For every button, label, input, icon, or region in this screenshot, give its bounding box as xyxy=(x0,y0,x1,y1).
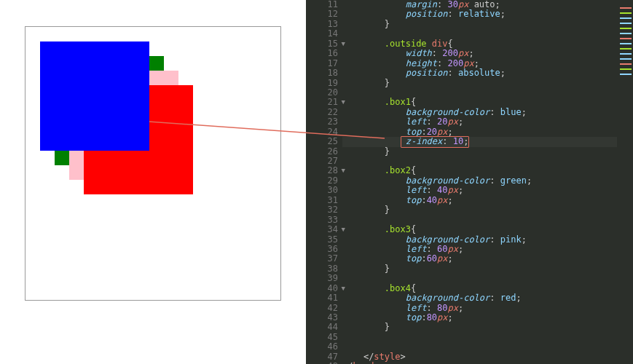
code-line[interactable]: background-color: red; xyxy=(342,293,617,303)
line-number: 19 xyxy=(306,79,338,88)
minimap-stripe xyxy=(620,23,632,24)
code-line[interactable]: } xyxy=(342,147,617,157)
code-line[interactable]: background-color: blue; xyxy=(342,108,617,117)
code-line[interactable]: top:20px; xyxy=(342,127,617,137)
editor-minimap[interactable] xyxy=(617,0,633,364)
line-number: 35 xyxy=(306,235,338,245)
minimap-stripe xyxy=(620,7,632,9)
minimap-stripe xyxy=(620,53,632,55)
minimap-stripe xyxy=(620,48,632,50)
line-number: 26 xyxy=(306,147,338,157)
line-number: 20 xyxy=(306,88,338,98)
line-number: 39 xyxy=(306,274,338,283)
line-number: 30 xyxy=(306,186,338,195)
app-root: 1112131415▼161718192021▼22232425262728▼2… xyxy=(0,0,633,364)
code-line[interactable]: top:60px; xyxy=(342,254,617,264)
minimap-stripe xyxy=(620,68,632,70)
line-number: 21▼ xyxy=(306,98,338,107)
code-line[interactable] xyxy=(342,274,617,283)
line-number: 18 xyxy=(306,68,338,78)
line-number: 15▼ xyxy=(306,39,338,49)
line-number: 13 xyxy=(306,20,338,29)
code-line[interactable]: top:80px; xyxy=(342,313,617,323)
code-line[interactable] xyxy=(342,157,617,166)
minimap-stripe xyxy=(620,33,632,34)
minimap-stripe xyxy=(620,43,632,44)
code-line[interactable]: height: 200px; xyxy=(342,59,617,68)
line-number: 17 xyxy=(306,59,338,68)
minimap-stripe xyxy=(620,17,632,19)
code-line[interactable]: } xyxy=(342,323,617,332)
line-number: 31 xyxy=(306,196,338,205)
line-number: 11 xyxy=(306,0,338,9)
line-number: 33 xyxy=(306,215,338,225)
code-line[interactable]: background-color: green; xyxy=(342,176,617,186)
line-number: 22 xyxy=(306,108,338,117)
minimap-stripe xyxy=(620,58,632,60)
code-line[interactable]: .box1{ xyxy=(342,98,617,107)
code-line[interactable] xyxy=(342,29,617,39)
highlight-rectangle xyxy=(401,136,469,148)
code-line[interactable]: position: relative; xyxy=(342,9,617,19)
code-line[interactable]: left: 80px; xyxy=(342,304,617,313)
line-number: 42 xyxy=(306,304,338,313)
line-number: 45 xyxy=(306,333,338,342)
code-line[interactable]: } xyxy=(342,79,617,88)
code-line[interactable]: .box2{ xyxy=(342,166,617,175)
code-line[interactable] xyxy=(342,215,617,225)
minimap-stripe xyxy=(620,28,632,29)
code-line[interactable]: z-index: 10; xyxy=(342,137,617,146)
box1-blue xyxy=(40,41,149,151)
code-line[interactable]: width: 200px; xyxy=(342,49,617,58)
editor-code-area[interactable]: margin: 30px auto; position: relative; }… xyxy=(342,0,617,364)
line-number: 23 xyxy=(306,117,338,127)
code-line[interactable]: .outside div{ xyxy=(342,39,617,49)
code-line[interactable]: left: 20px; xyxy=(342,117,617,127)
code-line[interactable]: .box3{ xyxy=(342,225,617,234)
code-line[interactable]: .box4{ xyxy=(342,284,617,293)
code-line[interactable]: position: absolute; xyxy=(342,68,617,78)
line-number: 38 xyxy=(306,264,338,274)
code-line[interactable] xyxy=(342,342,617,352)
line-number: 41 xyxy=(306,293,338,303)
line-number: 12 xyxy=(306,9,338,19)
code-line[interactable]: } xyxy=(342,264,617,274)
line-number: 24 xyxy=(306,127,338,137)
line-number: 28▼ xyxy=(306,166,338,175)
code-line[interactable] xyxy=(342,333,617,342)
line-number: 32 xyxy=(306,205,338,215)
code-line[interactable] xyxy=(342,88,617,98)
line-number: 34▼ xyxy=(306,225,338,234)
minimap-stripe xyxy=(620,38,632,39)
browser-render-pane xyxy=(0,0,306,364)
line-number: 25 xyxy=(306,137,338,146)
code-line[interactable]: left: 60px; xyxy=(342,245,617,254)
code-editor[interactable]: 1112131415▼161718192021▼22232425262728▼2… xyxy=(306,0,633,364)
minimap-stripe xyxy=(620,63,632,65)
line-number: 46 xyxy=(306,342,338,352)
code-line[interactable]: background-color: pink; xyxy=(342,235,617,245)
code-line[interactable]: </style> xyxy=(342,352,617,362)
code-line[interactable]: top:40px; xyxy=(342,196,617,205)
outside-container xyxy=(25,26,281,301)
line-number: 37 xyxy=(306,254,338,264)
editor-gutter: 1112131415▼161718192021▼22232425262728▼2… xyxy=(306,0,342,364)
line-number: 27 xyxy=(306,157,338,166)
line-number: 16 xyxy=(306,49,338,58)
line-number: 14 xyxy=(306,29,338,39)
line-number: 43 xyxy=(306,313,338,323)
line-number: 29 xyxy=(306,176,338,186)
minimap-stripe xyxy=(620,74,632,75)
code-line[interactable]: } xyxy=(342,20,617,29)
minimap-stripe xyxy=(620,12,632,14)
line-number: 47 xyxy=(306,352,338,362)
code-line[interactable]: } xyxy=(342,205,617,215)
line-number: 44 xyxy=(306,323,338,332)
line-number: 36 xyxy=(306,245,338,254)
line-number: 40▼ xyxy=(306,284,338,293)
code-line[interactable]: left: 40px; xyxy=(342,186,617,195)
code-line[interactable]: margin: 30px auto; xyxy=(342,0,617,9)
